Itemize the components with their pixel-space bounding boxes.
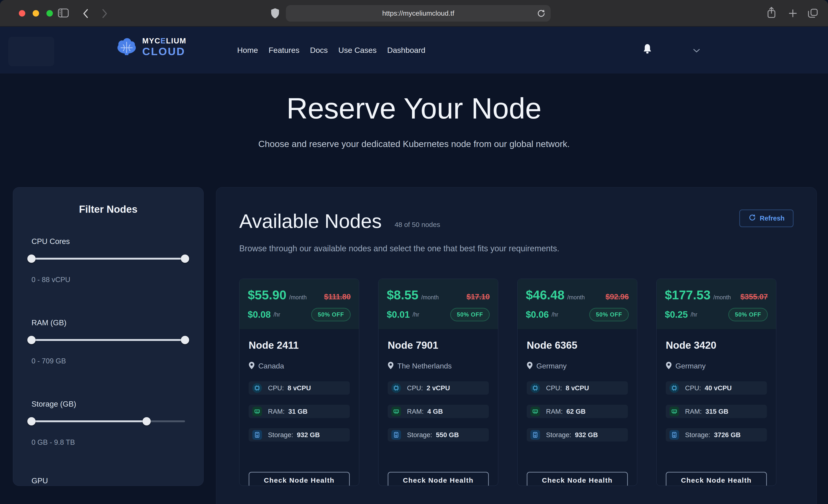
check-node-health-button[interactable]: Check Node Health <box>527 472 628 486</box>
storage-value: 550 GB <box>436 431 459 439</box>
ram-slider[interactable] <box>32 339 185 341</box>
discount-badge: 50% OFF <box>450 308 490 321</box>
price-per-month: $46.48 <box>526 288 565 302</box>
storage-slider-handle-min[interactable] <box>27 417 36 425</box>
forward-icon[interactable] <box>101 9 108 19</box>
url-text: https://myceliumcloud.tf <box>382 9 454 17</box>
logo-text: MYCELIUM CLOUD <box>142 37 187 57</box>
node-specs: CPU: 40 vCPU RAM: 315 GB S <box>666 381 767 442</box>
nav-link-home[interactable]: Home <box>237 46 258 55</box>
storage-range-text: 0 GB - 9.8 TB <box>32 438 185 447</box>
ram-icon <box>391 407 401 416</box>
nodes-title: Available Nodes <box>239 211 382 231</box>
notifications-bell-icon[interactable] <box>643 44 652 55</box>
discount-badge: 50% OFF <box>589 308 629 321</box>
node-name: Node 3420 <box>666 339 767 351</box>
card-price-header: $46.48 /month $92.96 $0.06 /hr 50% OFF <box>518 279 637 329</box>
card-price-header: $177.53 /month $355.07 $0.25 /hr 50% OFF <box>657 279 776 329</box>
storage-label: Storage: <box>685 431 710 439</box>
cpu-slider-handle-max[interactable] <box>181 255 189 263</box>
storage-value: 932 GB <box>297 431 320 439</box>
back-icon[interactable] <box>83 9 89 19</box>
brain-cloud-logo-icon <box>116 37 137 57</box>
card-body: Node 2411 Canada CPU: 8 vCPU <box>240 329 359 486</box>
ram-label: RAM: <box>407 408 424 415</box>
storage-value: 3726 GB <box>714 431 741 439</box>
location-pin-icon <box>666 362 672 370</box>
node-specs: CPU: 2 vCPU RAM: 4 GB Stor <box>388 381 489 442</box>
node-location: The Netherlands <box>397 362 452 370</box>
filter-group-storage: Storage (GB) 0 GB - 9.8 TB <box>32 400 185 447</box>
per-month-label: /month <box>289 294 306 301</box>
nav-link-features[interactable]: Features <box>268 46 299 55</box>
ram-slider-handle-max[interactable] <box>181 336 189 344</box>
nav-link-docs[interactable]: Docs <box>310 46 328 55</box>
price-per-month: $55.90 <box>248 288 286 302</box>
close-window-button[interactable] <box>19 10 25 16</box>
storage-icon <box>530 430 540 440</box>
nav-link-dashboard[interactable]: Dashboard <box>387 46 425 55</box>
cpu-cores-slider[interactable] <box>32 258 185 260</box>
filter-panel-title: Filter Nodes <box>32 204 185 215</box>
discount-badge: 50% OFF <box>311 308 351 321</box>
cpu-label: CPU: <box>546 384 562 392</box>
price-per-month: $177.53 <box>665 288 711 302</box>
address-bar[interactable]: https://myceliumcloud.tf <box>286 5 551 22</box>
cpu-icon <box>530 383 540 393</box>
node-location-row: Germany <box>527 362 628 370</box>
card-price-header: $8.55 /month $17.10 $0.01 /hr 50% OFF <box>378 279 498 329</box>
tab-overview-icon[interactable] <box>808 9 818 19</box>
storage-label: Storage: <box>546 431 571 439</box>
account-chevron-down-icon[interactable] <box>693 49 700 54</box>
slider-fill <box>32 339 185 341</box>
storage-slider[interactable] <box>32 420 185 422</box>
gpu-label: GPU <box>32 476 185 485</box>
new-tab-icon[interactable] <box>789 9 797 18</box>
check-node-health-button[interactable]: Check Node Health <box>388 472 489 486</box>
original-price: $92.96 <box>606 292 629 301</box>
ram-label: RAM: <box>268 408 285 415</box>
minimize-window-button[interactable] <box>33 10 39 16</box>
maximize-window-button[interactable] <box>46 10 53 16</box>
page-title: Reserve Your Node <box>0 91 828 125</box>
node-card: $46.48 /month $92.96 $0.06 /hr 50% OFF N… <box>517 279 637 486</box>
storage-slider-handle-max[interactable] <box>142 417 151 425</box>
cpu-slider-handle-min[interactable] <box>27 255 36 263</box>
page-subtitle: Choose and reserve your dedicated Kubern… <box>0 139 828 149</box>
ram-label: RAM: <box>685 408 702 415</box>
nav-link-use-cases[interactable]: Use Cases <box>338 46 376 55</box>
ram-value: 315 GB <box>705 408 729 415</box>
node-location: Germany <box>675 362 706 370</box>
check-node-health-button[interactable]: Check Node Health <box>666 472 767 486</box>
browser-chrome: https://myceliumcloud.tf <box>0 0 828 27</box>
location-pin-icon <box>527 362 533 370</box>
node-name: Node 6365 <box>527 339 628 351</box>
spec-row-cpu: CPU: 8 vCPU <box>249 381 350 395</box>
price-per-hour: $0.25 <box>665 309 688 320</box>
spec-row-storage: Storage: 550 GB <box>388 428 489 442</box>
ram-range-text: 0 - 709 GB <box>32 357 185 365</box>
ram-slider-handle-min[interactable] <box>27 336 36 344</box>
hero-section: Reserve Your Node Choose and reserve you… <box>0 74 828 149</box>
ram-value: 62 GB <box>567 408 586 415</box>
original-price: $355.07 <box>740 292 768 301</box>
logo[interactable]: MYCELIUM CLOUD <box>116 37 187 57</box>
share-icon[interactable] <box>767 7 776 19</box>
cpu-label: CPU: <box>268 384 284 392</box>
node-cards-row: $55.90 /month $111.80 $0.08 /hr 50% OFF … <box>239 279 793 486</box>
check-node-health-button[interactable]: Check Node Health <box>249 472 350 486</box>
refresh-button[interactable]: Refresh <box>739 210 793 227</box>
site-navbar: MYCELIUM CLOUD Home Features Docs Use Ca… <box>0 27 828 74</box>
storage-label: Storage (GB) <box>32 400 185 409</box>
sidebar-toggle-icon[interactable] <box>58 8 69 19</box>
cpu-value: 2 vCPU <box>426 384 450 392</box>
node-name: Node 2411 <box>249 339 350 351</box>
node-specs: CPU: 8 vCPU RAM: 31 GB Sto <box>249 381 350 442</box>
logo-line2: CLOUD <box>142 46 187 57</box>
reload-icon[interactable] <box>537 9 545 18</box>
spec-row-ram: RAM: 31 GB <box>249 405 350 418</box>
nodes-count: 48 of 50 nodes <box>395 221 440 228</box>
privacy-shield-icon[interactable] <box>271 8 280 20</box>
logo-line1: MYCELIUM <box>142 37 187 45</box>
cpu-label: CPU: <box>685 384 701 392</box>
